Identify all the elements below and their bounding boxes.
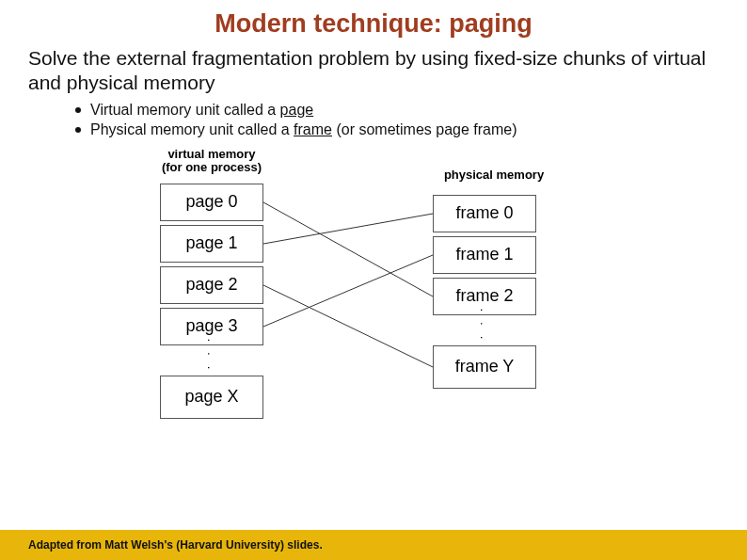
vm-label-line2: (for one process) xyxy=(162,160,262,174)
svg-line-0 xyxy=(263,202,433,296)
slide-subtitle: Solve the external fragmentation problem… xyxy=(0,39,747,102)
mapping-lines xyxy=(0,148,747,487)
bullet-dot-icon xyxy=(75,107,81,113)
bullet-prefix: Virtual memory unit called a xyxy=(90,102,280,118)
pm-column-label: physical memory xyxy=(433,168,555,183)
vm-ellipsis: . . . xyxy=(160,349,263,376)
svg-line-3 xyxy=(263,255,433,327)
bullet-item: Physical memory unit called a frame (or … xyxy=(75,121,747,138)
vm-cell: page 1 xyxy=(160,225,263,263)
bullet-dot-icon xyxy=(75,127,81,133)
vm-column-label: virtual memory (for one process) xyxy=(151,148,273,176)
bullet-list: Virtual memory unit called a page Physic… xyxy=(0,102,747,138)
pm-ellipsis: . . . xyxy=(433,319,536,345)
vm-cell-last: page X xyxy=(160,376,263,419)
vm-column: page 0 page 1 page 2 page 3 . . . page X xyxy=(160,184,263,423)
vm-cell: page 2 xyxy=(160,266,263,304)
bullet-prefix: Physical memory unit called a xyxy=(90,121,294,137)
pm-cell-last: frame Y xyxy=(433,345,536,389)
slide-title: Modern technique: paging xyxy=(0,0,747,39)
bullet-underlined: frame xyxy=(294,121,332,137)
vm-cell: page 0 xyxy=(160,184,263,221)
pm-column: frame 0 frame 1 frame 2 . . . frame Y xyxy=(433,195,536,392)
vm-label-line1: virtual memory xyxy=(167,147,255,161)
footer-credit: Adapted from Matt Welsh's (Harvard Unive… xyxy=(0,530,747,560)
bullet-underlined: page xyxy=(280,102,314,118)
bullet-item: Virtual memory unit called a page xyxy=(75,102,747,119)
pm-cell: frame 1 xyxy=(433,236,536,274)
bullet-text: Virtual memory unit called a page xyxy=(90,102,313,119)
pm-cell: frame 0 xyxy=(433,195,536,232)
bullet-suffix: (or sometimes page frame) xyxy=(332,121,517,137)
svg-line-1 xyxy=(263,214,433,244)
bullet-text: Physical memory unit called a frame (or … xyxy=(90,121,517,138)
svg-line-2 xyxy=(263,285,433,367)
paging-diagram: virtual memory (for one process) physica… xyxy=(0,148,747,487)
